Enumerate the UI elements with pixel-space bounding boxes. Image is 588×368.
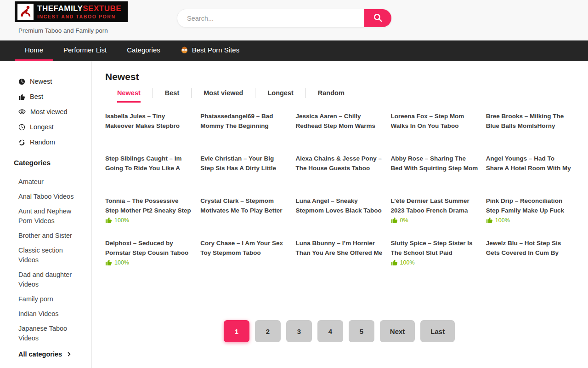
video-title[interactable]: Step Siblings Caught – Im Going To Ride … — [105, 154, 192, 173]
video-title[interactable]: Jessica Aaren – Chilly Redhead Step Mom … — [295, 112, 383, 131]
search-button[interactable] — [364, 9, 391, 27]
video-title[interactable]: Abby Rose – Sharing The Bed With Squirti… — [391, 154, 478, 173]
pagination-button[interactable]: Next — [380, 320, 415, 342]
video-title[interactable]: Phatassedangel69 – Bad Mommy The Beginni… — [200, 112, 288, 131]
nav-item[interactable]: Performer List — [53, 40, 117, 61]
video-card[interactable]: Tonnia – The Possessive Step Mother Pt2 … — [105, 196, 192, 226]
video-card[interactable]: Loreena Fox – Step Mom Walks In On You T… — [391, 112, 478, 141]
video-title[interactable]: L’été Dernier Last Summer 2023 Taboo Fre… — [391, 196, 478, 215]
rating-value: 0% — [400, 217, 408, 224]
video-card[interactable]: Bree Brooks – Milking The Blue Balls Mom… — [486, 112, 573, 141]
site-logo[interactable]: THEFAMILYSEXTUBE INCEST AND TABOO PORN — [15, 1, 128, 22]
video-rating: 100% — [105, 259, 192, 268]
sidebar-sort-label: Most viewed — [30, 108, 68, 115]
categories-heading: Categories — [14, 159, 83, 167]
video-card[interactable]: Jessica Aaren – Chilly Redhead Step Mom … — [295, 112, 383, 141]
pagination-button[interactable]: 5 — [349, 320, 374, 342]
category-link[interactable]: Classic section Videos — [18, 246, 83, 265]
video-title[interactable]: Luna Angel – Sneaky Stepmom Loves Black … — [295, 196, 383, 215]
video-title[interactable]: Isabella Jules – Tiny Makeover Makes Ste… — [105, 112, 192, 131]
video-card[interactable]: Evie Christian – Your Big Step Sis Has A… — [200, 154, 288, 184]
pagination-button[interactable]: 1 — [224, 320, 249, 342]
video-rating: 100% — [486, 217, 573, 226]
video-card[interactable]: Step Siblings Caught – Im Going To Ride … — [105, 154, 192, 184]
pagination-button[interactable]: 3 — [286, 320, 312, 342]
video-title[interactable]: Crystal Clark – Stepmom Motivates Me To … — [200, 196, 288, 215]
sidebar-sort-item[interactable]: Longest — [18, 123, 83, 131]
category-link[interactable]: Dad and daughter Videos — [18, 270, 83, 289]
video-card[interactable]: Jewelz Blu – Hot Step Sis Gets Covered I… — [486, 239, 573, 268]
sidebar-sort-item[interactable]: Most viewed — [18, 108, 83, 115]
pagination: 1 2 3 4 5 Next Last — [105, 320, 573, 342]
nav-item-label: Categories — [127, 46, 160, 54]
sort-tab[interactable]: Longest — [255, 88, 305, 98]
sidebar-sort-item[interactable]: Newest — [18, 78, 83, 85]
category-link[interactable]: Amateur — [18, 177, 83, 187]
video-card[interactable]: Abby Rose – Sharing The Bed With Squirti… — [391, 154, 478, 184]
video-rating: 100% — [105, 217, 192, 226]
video-card[interactable]: Pink Drip – Reconciliation Step Family M… — [486, 196, 573, 226]
video-card[interactable]: Luna Bbunny – I’m Hornier Than You Are S… — [295, 239, 383, 268]
search-input[interactable] — [177, 9, 364, 27]
video-card[interactable]: Phatassedangel69 – Bad Mommy The Beginni… — [200, 112, 288, 141]
video-title[interactable]: Angel Youngs – Had To Share A Hotel Room… — [486, 154, 573, 173]
video-rating — [486, 174, 573, 184]
sidebar-sort-item[interactable]: Random — [18, 138, 83, 146]
sort-tab[interactable]: Most viewed — [191, 88, 255, 98]
video-card[interactable]: Crystal Clark – Stepmom Motivates Me To … — [200, 196, 288, 226]
search-bar — [177, 9, 392, 28]
category-link[interactable]: Family porn — [18, 294, 83, 304]
sidebar-sort-label: Best — [30, 93, 43, 100]
pagination-button[interactable]: Last — [420, 320, 455, 342]
nav-item-icon — [181, 46, 188, 54]
nav-item[interactable]: Categories — [117, 40, 170, 61]
category-link[interactable]: Aunt and Nephew Porn Videos — [18, 207, 83, 226]
video-card[interactable]: L’été Dernier Last Summer 2023 Taboo Fre… — [391, 196, 478, 226]
logo-figure-icon — [17, 4, 34, 20]
sort-icon — [18, 108, 26, 115]
sort-tab-label: Best — [165, 89, 179, 97]
video-title[interactable]: Jewelz Blu – Hot Step Sis Gets Covered I… — [486, 239, 573, 258]
sort-tab[interactable]: Best — [153, 88, 191, 98]
video-title[interactable]: Delphoxi – Seduced by Pornstar Step Cous… — [105, 239, 192, 258]
video-title[interactable]: Cory Chase – I Am Your Sex Toy Stepmom T… — [200, 239, 288, 258]
all-categories-link[interactable]: All categories — [18, 351, 83, 358]
category-link[interactable]: Brother and Sister — [18, 231, 83, 241]
sort-icon — [18, 139, 25, 146]
sort-icon — [18, 124, 25, 131]
video-card[interactable]: Luna Angel – Sneaky Stepmom Loves Black … — [295, 196, 383, 226]
video-title[interactable]: Pink Drip – Reconciliation Step Family M… — [486, 196, 573, 215]
thumbs-up-icon — [486, 217, 493, 224]
category-link[interactable]: Japanese Taboo Videos — [18, 324, 83, 343]
sidebar-sort-item[interactable]: Best — [18, 93, 83, 100]
sort-tabs: Newest Best Most viewed Longest Random — [105, 88, 573, 103]
category-link[interactable]: Indian Videos — [18, 309, 83, 319]
video-title[interactable]: Tonnia – The Possessive Step Mother Pt2 … — [105, 196, 192, 215]
video-card[interactable]: Angel Youngs – Had To Share A Hotel Room… — [486, 154, 573, 184]
sort-tab[interactable]: Random — [305, 88, 356, 98]
video-title[interactable]: Loreena Fox – Step Mom Walks In On You T… — [391, 112, 478, 131]
video-rating — [295, 217, 383, 226]
video-title[interactable]: Luna Bbunny – I’m Hornier Than You Are S… — [295, 239, 383, 258]
video-title[interactable]: Evie Christian – Your Big Step Sis Has A… — [200, 154, 288, 173]
category-link[interactable]: Anal Taboo Videos — [18, 192, 83, 201]
sort-tab[interactable]: Newest — [105, 88, 153, 103]
video-grid: Isabella Jules – Tiny Makeover Makes Ste… — [105, 112, 573, 281]
nav-item[interactable]: Home — [15, 40, 53, 61]
nav-item-label: Best Porn Sites — [192, 46, 239, 54]
video-title[interactable]: Alexa Chains & Jesse Pony – The House Gu… — [295, 154, 383, 173]
thumbs-up-icon — [105, 217, 112, 224]
nav-item[interactable]: Best Porn Sites — [170, 40, 249, 61]
video-title[interactable]: Slutty Spice – Step Sister Is The School… — [391, 239, 478, 258]
main-content: Newest Newest Best Most viewed Longest R… — [92, 61, 588, 368]
video-card[interactable]: Isabella Jules – Tiny Makeover Makes Ste… — [105, 112, 192, 141]
sidebar-sort-label: Newest — [30, 78, 52, 85]
pagination-button[interactable]: 4 — [317, 320, 343, 342]
sidebar-sort-list: Newest Best Most viewed Longest Random — [18, 78, 83, 146]
video-card[interactable]: Cory Chase – I Am Your Sex Toy Stepmom T… — [200, 239, 288, 268]
pagination-button[interactable]: 2 — [255, 320, 281, 342]
video-card[interactable]: Alexa Chains & Jesse Pony – The House Gu… — [295, 154, 383, 184]
video-card[interactable]: Slutty Spice – Step Sister Is The School… — [391, 239, 478, 268]
video-card[interactable]: Delphoxi – Seduced by Pornstar Step Cous… — [105, 239, 192, 268]
video-title[interactable]: Bree Brooks – Milking The Blue Balls Mom… — [486, 112, 573, 131]
